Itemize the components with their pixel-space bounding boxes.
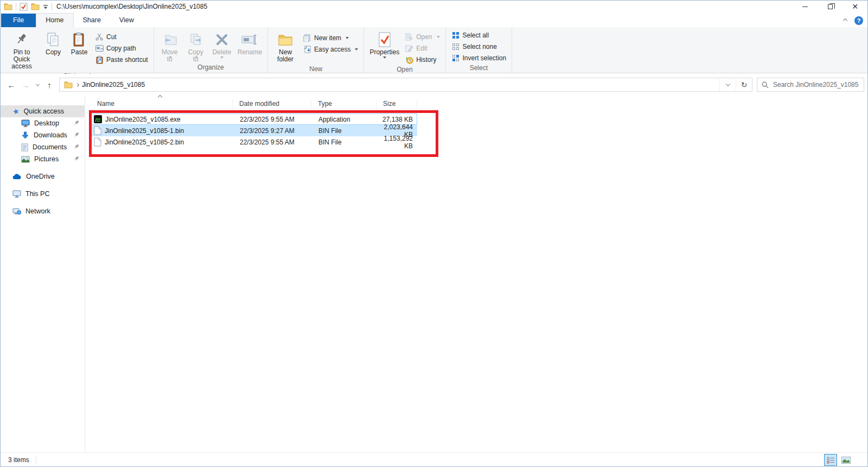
refresh-icon: ↻ (741, 80, 748, 89)
new-item-button[interactable]: New item (301, 33, 360, 43)
easy-access-button[interactable]: Easy access (301, 45, 360, 54)
copy-to-button[interactable]: Copy to (183, 30, 208, 60)
thumbnails-view-button[interactable] (839, 454, 852, 466)
tab-home[interactable]: Home (36, 13, 73, 27)
address-folder-icon (64, 81, 73, 89)
tab-file[interactable]: File (1, 14, 36, 27)
scissors-icon (95, 33, 104, 41)
divider (36, 456, 36, 464)
items-count: 3 items (1, 456, 29, 464)
copy-path-button[interactable]: Copy path (93, 43, 150, 53)
sidebar-item-this-pc[interactable]: This PC (1, 188, 85, 200)
back-button[interactable]: ← (5, 78, 18, 91)
navigation-pane: ★ Quick access Desktop Downloads (1, 96, 85, 452)
delete-button[interactable]: Delete (209, 30, 234, 60)
dropdown-arrow-icon (346, 37, 349, 39)
new-folder-quick-button[interactable] (31, 3, 40, 10)
divider (16, 3, 16, 10)
file-row-bin-1[interactable]: JinOnline2025_v1085-1.bin 22/3/2025 9:27… (91, 125, 417, 136)
title-bar: C:\Users\mucomplex\Desktop\JinOnline2025… (1, 1, 867, 12)
breadcrumb-chevron-icon[interactable] (75, 83, 79, 86)
recent-locations-dropdown[interactable] (33, 78, 42, 91)
forward-button[interactable]: → (19, 78, 32, 91)
close-button[interactable]: ✕ (843, 1, 867, 12)
file-rows: jin JinOnline2025_v1085.exe 22/3/2025 9:… (91, 113, 417, 148)
column-headers: Name Date modified Type Size (91, 96, 417, 110)
new-folder-button[interactable]: New folder (271, 30, 299, 64)
tab-share[interactable]: Share (74, 14, 110, 27)
breadcrumb-folder[interactable]: JinOnline2025_v1085 (82, 81, 145, 89)
rename-icon (241, 31, 258, 48)
invert-selection-button[interactable]: Invert selection (449, 53, 509, 63)
paste-shortcut-button[interactable]: Paste shortcut (93, 55, 150, 65)
minimize-button[interactable] (793, 1, 818, 12)
column-header-date-modified[interactable]: Date modified (233, 100, 311, 110)
pictures-icon (21, 156, 30, 163)
navigation-row: ← → ↑ JinOnline2025_v1085 ↻ (1, 74, 867, 96)
collapse-ribbon-icon[interactable] (843, 18, 847, 23)
sidebar-item-quick-access[interactable]: ★ Quick access (1, 105, 85, 117)
pushpin-icon (16, 31, 28, 48)
close-icon: ✕ (852, 3, 858, 10)
desktop-icon (21, 119, 30, 127)
pin-icon (74, 144, 79, 149)
sidebar-item-onedrive[interactable]: OneDrive (1, 171, 85, 182)
new-item-icon (303, 34, 311, 42)
properties-quick-button[interactable] (20, 3, 28, 11)
group-label-new: New (269, 64, 362, 74)
sidebar-item-documents[interactable]: Documents (1, 141, 85, 153)
column-header-size[interactable]: Size (376, 100, 417, 110)
address-bar[interactable]: JinOnline2025_v1085 ↻ (59, 78, 752, 92)
file-row-bin-2[interactable]: JinOnline2025_v1085-2.bin 22/3/2025 9:55… (91, 136, 417, 148)
history-button[interactable]: History (403, 55, 442, 65)
column-header-name[interactable]: Name (91, 100, 233, 110)
explorer-folder-icon (4, 3, 12, 10)
easy-access-icon (303, 45, 311, 54)
sidebar-item-downloads[interactable]: Downloads (1, 129, 85, 141)
quick-access-star-icon: ★ (11, 106, 20, 116)
sidebar-item-desktop[interactable]: Desktop (1, 117, 85, 129)
edit-icon (405, 44, 413, 53)
address-dropdown-button[interactable] (719, 78, 736, 91)
restore-button[interactable] (818, 1, 843, 12)
file-row-exe[interactable]: jin JinOnline2025_v1085.exe 22/3/2025 9:… (91, 113, 417, 125)
customize-qat-dropdown[interactable] (43, 4, 48, 9)
refresh-button[interactable]: ↻ (736, 78, 752, 91)
help-icon[interactable]: ? (854, 16, 863, 25)
ribbon-group-clipboard: Pin to Quick access Copy Paste (1, 27, 154, 73)
select-none-button[interactable]: Select none (449, 42, 499, 52)
tab-view[interactable]: View (110, 14, 143, 27)
copy-button[interactable]: Copy (41, 30, 66, 57)
open-button[interactable]: Open (403, 32, 442, 42)
paste-button[interactable]: Paste (67, 30, 92, 57)
thumbnails-view-icon (841, 457, 851, 464)
select-all-button[interactable]: Select all (449, 30, 492, 40)
downloads-icon (21, 131, 29, 140)
dropdown-arrow-icon (195, 56, 198, 59)
ribbon-group-organize: Move to Copy to Delete (154, 27, 268, 73)
dropdown-arrow-icon (437, 36, 440, 38)
move-to-button[interactable]: Move to (157, 30, 182, 60)
new-folder-icon (278, 31, 293, 48)
cut-button[interactable]: Cut (93, 32, 150, 42)
status-bar: 3 items (1, 452, 867, 466)
open-icon (405, 33, 413, 41)
up-button[interactable]: ↑ (43, 78, 56, 91)
rename-button[interactable]: Rename (235, 30, 264, 57)
move-to-icon (163, 31, 177, 48)
group-label-organize: Organize (155, 62, 266, 73)
search-box[interactable] (757, 78, 864, 92)
search-input[interactable] (773, 81, 859, 89)
properties-button[interactable]: Properties (367, 30, 401, 60)
search-icon (762, 81, 769, 89)
dropdown-arrow-icon (383, 56, 386, 59)
column-header-type[interactable]: Type (311, 100, 376, 110)
details-view-button[interactable] (824, 454, 837, 466)
edit-button[interactable]: Edit (403, 43, 442, 53)
sidebar-item-pictures[interactable]: Pictures (1, 153, 85, 165)
sidebar-item-network[interactable]: Network (1, 205, 85, 217)
details-view-icon (827, 457, 835, 464)
pin-icon (74, 156, 79, 161)
window-title-path: C:\Users\mucomplex\Desktop\JinOnline2025… (56, 3, 207, 10)
pin-to-quick-access-button[interactable]: Pin to Quick access (4, 30, 40, 71)
